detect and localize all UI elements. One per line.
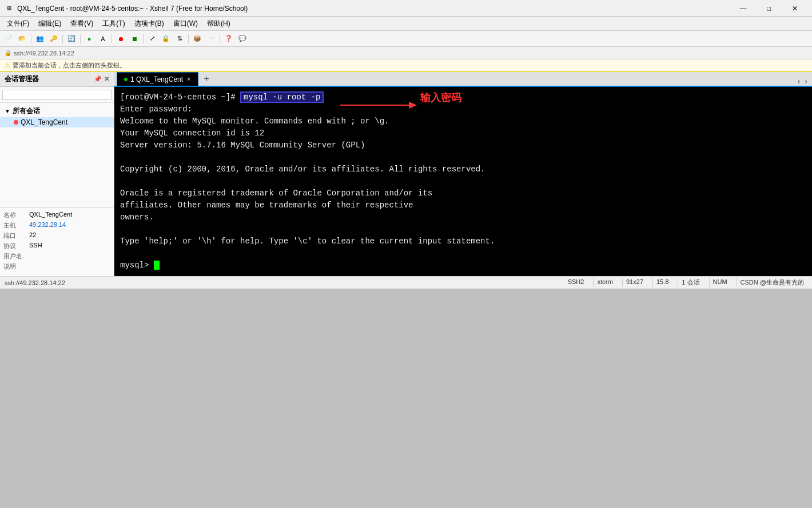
- tab-active-dot: [124, 78, 128, 81]
- title-bar: 🖥 QXL_TengCent - root@VM-24-5-centos:~ -…: [0, 0, 812, 17]
- sidebar: 会话管理器 📌 ✕ ▼ 所有会话 QXL_TengCent 名称 QXL_Ten…: [0, 72, 114, 276]
- menu-edit[interactable]: 编辑(E): [34, 18, 66, 30]
- tb-color[interactable]: ●: [83, 33, 95, 45]
- prop-username: 用户名: [3, 252, 110, 261]
- window-title: QXL_TengCent - root@VM-24-5-centos:~ - X…: [17, 5, 730, 13]
- svg-marker-1: [409, 102, 417, 109]
- terminal-line-6: [120, 151, 806, 163]
- prompt-1: [root@VM-24-5-centos ~]#: [120, 93, 240, 102]
- prop-port-value: 22: [29, 231, 36, 240]
- status-sessions: 1 会话: [678, 278, 703, 287]
- tab-close-icon[interactable]: ✕: [186, 76, 191, 82]
- menu-tools[interactable]: 工具(T): [98, 18, 129, 30]
- status-bar: ssh://49.232.28.14:22 SSH2 xterm 91x27 1…: [0, 276, 812, 289]
- status-term: xterm: [593, 278, 616, 287]
- terminal-line-12: [120, 223, 806, 235]
- sidebar-title: 会话管理器: [5, 74, 39, 84]
- status-ssh: SSH2: [564, 278, 588, 287]
- tb-record2[interactable]: ⏹: [128, 33, 141, 45]
- close-button[interactable]: ✕: [782, 0, 807, 17]
- terminal-cursor: [154, 261, 160, 270]
- tb-sep7: [220, 34, 220, 43]
- status-right: SSH2 xterm 91x27 15.8 1 会话 NUM CSDN @生命是…: [564, 278, 807, 287]
- menu-view[interactable]: 查看(V): [66, 18, 98, 30]
- prop-username-label: 用户名: [3, 252, 29, 261]
- terminal-line-4: Your MySQL connection id is 12: [120, 127, 806, 139]
- tb-sep2: [62, 34, 63, 43]
- prop-desc: 说明: [3, 262, 110, 271]
- sidebar-search[interactable]: [0, 87, 114, 103]
- expand-icon: ▼: [5, 108, 10, 114]
- tree-all-sessions[interactable]: ▼ 所有会话: [0, 105, 114, 117]
- tab-nav: ‹ ›: [795, 77, 810, 86]
- maximize-button[interactable]: □: [756, 0, 782, 17]
- sidebar-pin-icon[interactable]: 📌: [94, 75, 102, 83]
- app-icon: 🖥: [5, 4, 14, 13]
- terminal-line-5: Server version: 5.7.16 MySQL Community S…: [120, 139, 806, 151]
- tb-sftp[interactable]: 📦: [191, 33, 204, 45]
- status-address: ssh://49.232.28.14:22: [5, 279, 65, 286]
- tb-expand[interactable]: ⤢: [146, 33, 158, 45]
- status-encoding: 15.8: [652, 278, 672, 287]
- terminal-line-14: [120, 247, 806, 259]
- annotation-text: 输入密码: [420, 90, 461, 106]
- terminal-line-15: mysql>: [120, 259, 806, 271]
- prop-name-label: 名称: [3, 211, 29, 219]
- terminal-line-1: [root@VM-24-5-centos ~]# mysql -u root -…: [120, 91, 806, 103]
- search-input[interactable]: [2, 90, 112, 100]
- prop-host-label: 主机: [3, 221, 29, 230]
- ssh-bar: 🔒 ssh://49.232.28.14:22: [0, 47, 812, 59]
- tb-open[interactable]: 📂: [16, 33, 29, 45]
- tb-keys[interactable]: 🔑: [47, 33, 60, 45]
- tab-add-button[interactable]: +: [200, 72, 213, 86]
- minimize-button[interactable]: —: [730, 0, 756, 17]
- session-name: QXL_TengCent: [21, 118, 67, 126]
- tab-session[interactable]: 1 QXL_TengCent ✕: [117, 72, 198, 86]
- tb-record[interactable]: ⏺: [114, 33, 127, 45]
- tab-bar: 1 QXL_TengCent ✕ + ‹ ›: [114, 72, 812, 87]
- tb-chat[interactable]: 💬: [236, 33, 249, 45]
- tb-reconnect[interactable]: 🔄: [65, 33, 78, 45]
- menu-window[interactable]: 窗口(W): [169, 18, 202, 30]
- tb-new[interactable]: 📄: [2, 33, 15, 45]
- terminal[interactable]: [root@VM-24-5-centos ~]# mysql -u root -…: [114, 87, 812, 276]
- session-status-dot: [14, 120, 18, 125]
- terminal-line-9: Oracle is a registered trademark of Orac…: [120, 187, 806, 199]
- terminal-line-13: Type 'help;' or '\h' for help. Type '\c'…: [120, 235, 806, 247]
- tb-sep3: [80, 34, 81, 43]
- sidebar-tree: ▼ 所有会话 QXL_TengCent: [0, 103, 114, 207]
- tb-sep5: [143, 34, 144, 43]
- notice-icon: ⚠: [5, 62, 10, 69]
- sidebar-header-icons: 📌 ✕: [94, 75, 109, 83]
- tb-transfer[interactable]: ⇅: [173, 33, 186, 45]
- prop-port: 端口 22: [3, 231, 110, 240]
- tb-sessions[interactable]: 👥: [34, 33, 46, 45]
- sidebar-close-icon[interactable]: ✕: [104, 75, 109, 83]
- prop-protocol-label: 协议: [3, 242, 29, 250]
- tb-sep1: [31, 34, 31, 43]
- tb-font[interactable]: A: [97, 33, 109, 45]
- mysql-prompt: mysql>: [120, 261, 154, 270]
- menu-tabs[interactable]: 选项卡(B): [130, 18, 169, 30]
- menu-bar: 文件(F) 编辑(E) 查看(V) 工具(T) 选项卡(B) 窗口(W) 帮助(…: [0, 17, 812, 31]
- prop-name-value: QXL_TengCent: [29, 211, 72, 219]
- status-num: NUM: [709, 278, 731, 287]
- content-area: 会话管理器 📌 ✕ ▼ 所有会话 QXL_TengCent 名称 QXL_Ten…: [0, 72, 812, 276]
- sidebar-header: 会话管理器 📌 ✕: [0, 72, 114, 87]
- cmd-box: mysql -u root -p: [240, 91, 324, 103]
- status-watermark: CSDN @生命是有光的: [737, 278, 807, 287]
- menu-file[interactable]: 文件(F): [2, 18, 34, 30]
- terminal-line-11: owners.: [120, 211, 806, 223]
- prop-name: 名称 QXL_TengCent: [3, 211, 110, 219]
- tab-prev-button[interactable]: ‹: [795, 77, 803, 86]
- tb-more[interactable]: ⋯: [205, 33, 217, 45]
- menu-help[interactable]: 帮助(H): [202, 18, 235, 30]
- tab-next-button[interactable]: ›: [802, 77, 810, 86]
- properties-panel: 名称 QXL_TengCent 主机 49.232.28.14 端口 22 协议…: [0, 207, 114, 276]
- tb-help[interactable]: ❓: [222, 33, 235, 45]
- toolbar: 📄 📂 👥 🔑 🔄 ● A ⏺ ⏹ ⤢ 🔒 ⇅ 📦 ⋯ ❓ 💬: [0, 31, 812, 47]
- tree-session-item[interactable]: QXL_TengCent: [0, 117, 114, 127]
- window-controls: — □ ✕: [730, 0, 807, 17]
- tb-lock[interactable]: 🔒: [160, 33, 172, 45]
- terminal-line-7: Copyright (c) 2000, 2016, Oracle and/or …: [120, 163, 806, 175]
